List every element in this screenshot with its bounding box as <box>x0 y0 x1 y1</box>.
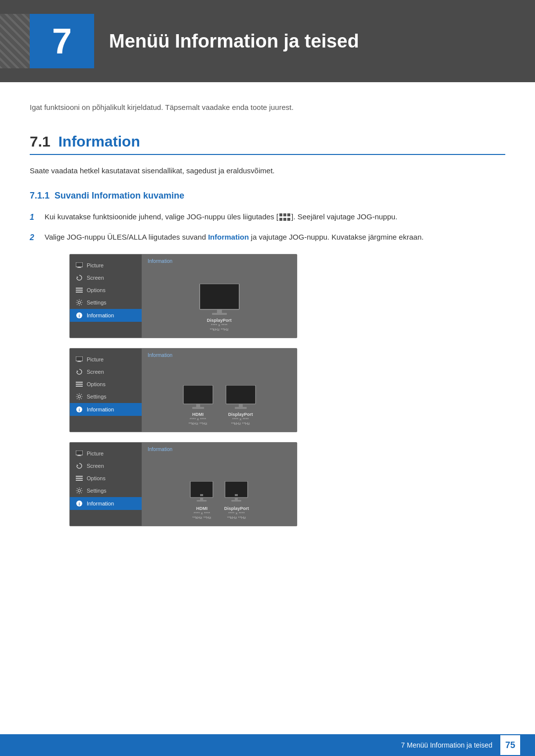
svg-rect-37 <box>226 386 255 403</box>
svg-rect-41 <box>76 451 82 454</box>
info-panel-1: Information DisplayPort **** x **** <box>142 254 297 338</box>
menu-item-screen-2: Screen <box>70 365 142 378</box>
step-2-number: 2 <box>30 231 39 244</box>
subsection-7-1-1-title: 7.1.1 Suvandi Information kuvamine <box>30 191 505 201</box>
menu-item-options-3: Options <box>70 472 142 484</box>
menu-item-settings-3: Settings <box>70 484 142 497</box>
svg-rect-45 <box>76 476 83 477</box>
monitor-info-hdmi-3: HDMI **** x **** **kHz **Hz <box>192 506 211 520</box>
information-icon-3: i <box>76 500 83 507</box>
screen-label-2: Screen <box>87 369 104 375</box>
svg-rect-54 <box>197 500 207 502</box>
src-res1-dp-2: **** x **** <box>228 417 253 421</box>
svg-rect-1 <box>283 213 286 216</box>
step-1-text: Kui kuvatakse funktsioonide juhend, vali… <box>45 211 397 224</box>
settings-label-2: Settings <box>87 394 107 400</box>
footer-text: 7 Menüü Information ja teised <box>401 741 492 749</box>
svg-rect-39 <box>235 407 247 409</box>
picture-label-2: Picture <box>87 356 104 362</box>
screen-icon-3 <box>76 462 83 469</box>
monitor-info-hdmi-2: HDMI **** x **** **kHz **Hz <box>188 412 207 426</box>
main-content: Igat funktsiooni on põhjalikult kirjelda… <box>0 82 535 566</box>
picture-icon-3 <box>76 451 83 456</box>
menu-panel-2: Picture Screen Options <box>70 349 142 432</box>
monitor-item-dp-2: DisplayPort **** x **** **kHz **Hz <box>224 385 257 426</box>
step-1-number: 1 <box>30 211 39 224</box>
step-2: 2 Valige JOG-nuppu ÜLES/ALLA liigutades … <box>30 231 505 244</box>
section-number: 7.1 <box>30 133 51 150</box>
src-res1-dp-1: **** x **** <box>207 323 231 327</box>
src-res1-hdmi-2: **** x **** <box>188 417 207 421</box>
menu-item-settings-2: Settings <box>70 390 142 403</box>
monitor-svg-hdmi-2 <box>182 385 214 410</box>
menu-item-picture-2: Picture <box>70 353 142 365</box>
info-panel-label-1: Information <box>148 258 291 264</box>
menu-panel-1: Picture Screen Options <box>70 254 142 338</box>
svg-rect-53 <box>200 498 203 500</box>
screen-label-1: Screen <box>87 275 104 281</box>
svg-rect-13 <box>76 292 83 293</box>
svg-rect-19 <box>217 309 222 313</box>
monitor-info-dp-1: DisplayPort **** x **** **kHz **Hz <box>207 318 231 332</box>
monitor-svg-hdmi-3 <box>189 481 214 504</box>
monitor-svg-1 <box>197 284 242 316</box>
src-res2-dp-2: **kHz **Hz <box>228 421 253 426</box>
info-panel-2: Information HDMI **** x **** **kHz **Hz <box>142 349 297 432</box>
step-1: 1 Kui kuvatakse funktsioonide juhend, va… <box>30 211 505 224</box>
src-name-hdmi-2: HDMI <box>188 412 207 417</box>
menu-item-information-3: i Information <box>70 497 142 510</box>
svg-text:i: i <box>79 407 80 412</box>
monitor-svg-dp-2 <box>224 385 257 410</box>
step-2-text: Valige JOG-nuppu ÜLES/ALLA liigutades su… <box>45 231 424 244</box>
svg-rect-58 <box>235 498 238 500</box>
monitor-display-2: HDMI **** x **** **kHz **Hz <box>148 362 291 428</box>
svg-point-48 <box>78 489 81 492</box>
settings-label-3: Settings <box>87 488 107 494</box>
screenshot-2: Picture Screen Options <box>69 348 297 432</box>
bold-information: Information <box>208 233 249 241</box>
svg-point-29 <box>78 395 81 398</box>
monitor-display-3: HDMI **** x **** **kHz **Hz <box>148 456 291 522</box>
options-label-2: Options <box>87 381 106 387</box>
screen-icon-2 <box>76 368 83 375</box>
svg-rect-12 <box>76 290 83 291</box>
src-name-hdmi-3: HDMI <box>192 506 211 511</box>
svg-rect-5 <box>287 218 290 221</box>
info-panel-3: Information HDMI **** x * <box>142 443 297 526</box>
svg-rect-33 <box>184 386 213 403</box>
subsection-number: 7.1.1 <box>30 191 50 201</box>
options-icon-2 <box>76 382 83 387</box>
svg-point-14 <box>78 301 81 303</box>
src-res1-hdmi-3: **** x **** <box>192 511 211 515</box>
information-label-2: Information <box>87 406 114 412</box>
menu-item-settings-1: Settings <box>70 296 142 309</box>
info-panel-label-2: Information <box>148 353 291 358</box>
svg-rect-3 <box>279 218 282 221</box>
section-title-text: Information <box>58 133 140 150</box>
footer-page-number: 75 <box>500 735 520 755</box>
src-name-dp-3: DisplayPort <box>224 506 249 511</box>
svg-rect-34 <box>196 404 200 407</box>
svg-rect-28 <box>76 386 83 387</box>
svg-text:i: i <box>79 313 80 318</box>
settings-icon-1 <box>76 299 83 306</box>
monitor-item-hdmi-3: HDMI **** x **** **kHz **Hz <box>189 481 214 520</box>
monitor-item-hdmi-2: HDMI **** x **** **kHz **Hz <box>182 385 214 426</box>
settings-icon-2 <box>76 393 83 400</box>
svg-text:i: i <box>79 502 80 506</box>
svg-rect-43 <box>77 455 81 456</box>
screenshots-container: Picture Screen Options <box>69 254 505 526</box>
svg-rect-2 <box>287 213 290 216</box>
information-label-1: Information <box>87 312 114 318</box>
menu-item-screen-3: Screen <box>70 459 142 472</box>
menu-item-picture-1: Picture <box>70 259 142 271</box>
svg-marker-44 <box>77 464 78 466</box>
chapter-title: Menüü Information ja teised <box>94 31 359 52</box>
screen-label-3: Screen <box>87 463 104 469</box>
svg-marker-25 <box>77 370 78 372</box>
info-panel-label-3: Information <box>148 447 291 452</box>
svg-rect-60 <box>235 494 238 496</box>
menu-item-options-2: Options <box>70 378 142 390</box>
svg-rect-9 <box>77 267 81 268</box>
chapter-number: 7 <box>30 14 94 68</box>
